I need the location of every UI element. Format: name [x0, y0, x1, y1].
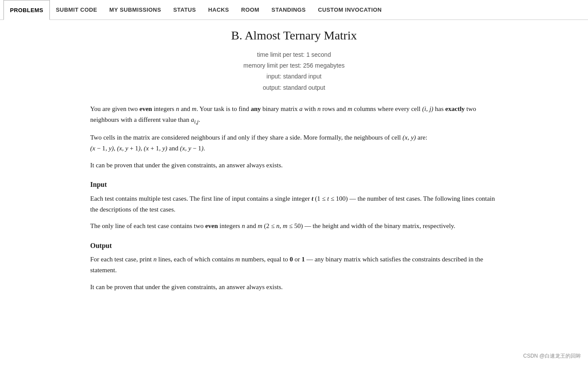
- navigation: PROBLEMS SUBMIT CODE MY SUBMISSIONS STAT…: [0, 0, 588, 20]
- meta-info: time limit per test: 1 second memory lim…: [90, 49, 498, 93]
- main-content: B. Almost Ternary Matrix time limit per …: [77, 20, 511, 316]
- problem-body: You are given two even integers n and m.…: [90, 104, 498, 293]
- neighbours-paragraph: Two cells in the matrix are considered n…: [90, 132, 498, 154]
- output-description: For each test case, print n lines, each …: [90, 254, 498, 276]
- input-description-2: The only line of each test case contains…: [90, 221, 498, 231]
- nav-status[interactable]: STATUS: [167, 0, 202, 20]
- memory-limit: memory limit per test: 256 megabytes: [90, 60, 498, 71]
- output-type: output: standard output: [90, 82, 498, 93]
- problem-title: B. Almost Ternary Matrix: [90, 29, 498, 42]
- input-section-title: Input: [90, 179, 498, 190]
- nav-problems[interactable]: PROBLEMS: [3, 0, 50, 20]
- always-exists-paragraph-1: It can be proven that under the given co…: [90, 160, 498, 171]
- nav-hacks[interactable]: HACKS: [202, 0, 235, 20]
- output-section-title: Output: [90, 240, 498, 251]
- nav-room[interactable]: ROOM: [235, 0, 265, 20]
- input-type: input: standard input: [90, 71, 498, 82]
- nav-custom-invocation[interactable]: CUSTOM INVOCATION: [312, 0, 388, 20]
- time-limit: time limit per test: 1 second: [90, 49, 498, 60]
- always-exists-paragraph-2: It can be proven that under the given co…: [90, 282, 498, 293]
- input-description-1: Each test contains multiple test cases. …: [90, 193, 498, 215]
- nav-standings[interactable]: STANDINGS: [265, 0, 312, 20]
- nav-my-submissions[interactable]: MY SUBMISSIONS: [103, 0, 167, 20]
- intro-paragraph: You are given two even integers n and m.…: [90, 104, 498, 126]
- nav-submit-code[interactable]: SUBMIT CODE: [50, 0, 103, 20]
